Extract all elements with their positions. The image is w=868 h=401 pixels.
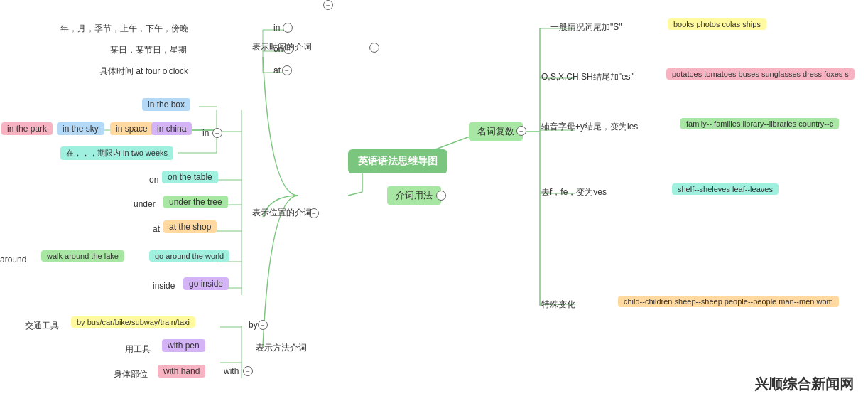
- preposition-usage-collapse[interactable]: −: [436, 191, 446, 200]
- with-collapse[interactable]: −: [243, 366, 253, 376]
- with-pen-node: with pen: [162, 339, 205, 352]
- in-time-collapse1[interactable]: −: [283, 23, 293, 33]
- preposition-usage-node: 介词用法: [387, 186, 441, 205]
- watermark: 兴顺综合新闻网: [754, 375, 854, 394]
- on-position-label: on: [149, 175, 158, 185]
- inside-label: inside: [153, 281, 175, 291]
- time-label3: 具体时间 at four o'clock: [99, 65, 188, 77]
- special-rule-label: 特殊变化: [541, 299, 575, 311]
- noun-plural-collapse[interactable]: −: [516, 126, 526, 136]
- in-time-label1: in: [273, 23, 280, 33]
- position-preposition-label: 表示位置的介词: [252, 207, 312, 219]
- by-label: by: [249, 320, 258, 330]
- at-time-label: at: [273, 65, 281, 75]
- around-label: around: [0, 255, 26, 264]
- in-collapse[interactable]: −: [212, 128, 222, 138]
- special-examples-node: child--children sheep--sheep people--peo…: [618, 296, 839, 307]
- at-position-label: at: [153, 224, 160, 234]
- go-around-node: go around the world: [149, 250, 229, 262]
- method-preposition-label: 表示方法介词: [256, 342, 307, 354]
- at-time-collapse[interactable]: −: [282, 65, 292, 75]
- y-rule-label: 辅音字母+y结尾，变为ies: [541, 121, 638, 133]
- by-collapse[interactable]: −: [258, 320, 268, 330]
- general-examples-node: books photos colas ships: [668, 18, 766, 30]
- by-transport-node: by bus/car/bike/subway/train/taxi: [71, 316, 195, 328]
- svg-line-2: [348, 192, 362, 196]
- center-node: 英语语法思维导图: [348, 149, 447, 173]
- walk-around-node: walk around the lake: [41, 250, 124, 262]
- es-rule-label: O,S,X,CH,SH结尾加"es": [541, 71, 634, 83]
- with-hand-node: with hand: [158, 365, 205, 378]
- with-label: with: [224, 366, 239, 376]
- y-examples-node: family-- families library--libraries cou…: [680, 118, 839, 129]
- noun-plural-node: 名词复数: [469, 122, 523, 141]
- go-inside-node: go inside: [183, 277, 229, 290]
- in-china-node: in china: [151, 122, 192, 135]
- in-the-box-node: in the box: [142, 98, 190, 111]
- at-the-shop-node: at the shop: [163, 220, 217, 233]
- time-label2: 某日，某节日，星期: [110, 44, 187, 56]
- in-the-park-node: in the park: [1, 122, 53, 135]
- body-label: 身体部位: [114, 368, 148, 380]
- general-rule-label: 一般情况词尾加"S": [550, 21, 622, 33]
- method-collapse[interactable]: −: [323, 0, 333, 10]
- under-the-tree-node: under the tree: [163, 196, 228, 208]
- transport-label: 交通工具: [25, 320, 59, 332]
- in-position-label: in: [202, 128, 209, 138]
- on-the-table-node: on the table: [162, 171, 218, 183]
- under-label: under: [134, 199, 156, 209]
- in-the-sky-node: in the sky: [57, 122, 104, 135]
- tool-label: 用工具: [125, 343, 151, 355]
- time-label1: 年，月，季节，上午，下午，傍晚: [60, 23, 188, 35]
- time-preposition-label: 表示时间的介词: [252, 41, 312, 53]
- es-examples-node: potatoes tomatoes buses sunglasses dress…: [666, 68, 855, 80]
- in-two-weeks-node: 在，，，期限内 in two weeks: [60, 146, 173, 160]
- f-rule-label: 去f，fe，变为ves: [541, 186, 607, 198]
- time-preposition-collapse[interactable]: −: [369, 43, 379, 53]
- f-examples-node: shelf--sheleves leaf--leaves: [672, 183, 779, 195]
- in-space-node: in space: [110, 122, 153, 135]
